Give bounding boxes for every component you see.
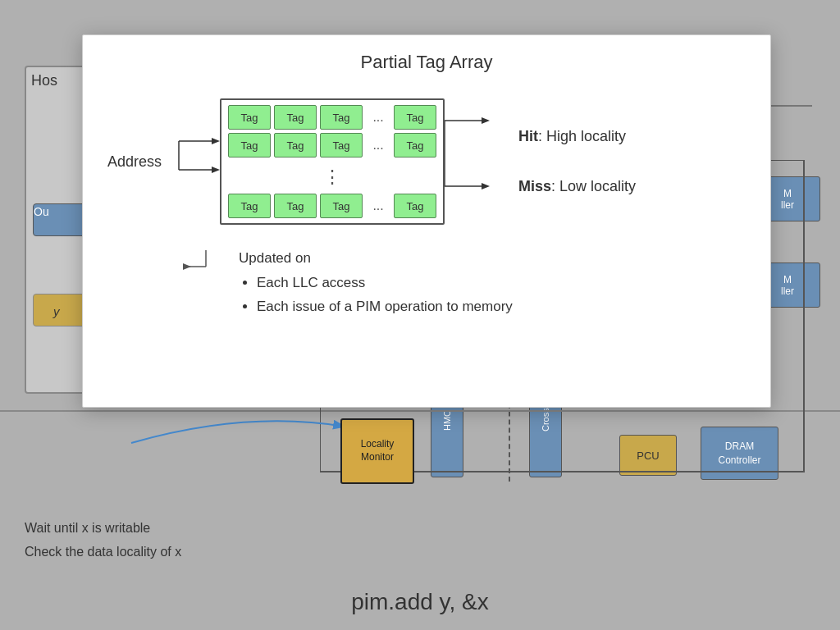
- hit-miss-panel: Hit: High locality Miss: Low locality: [518, 128, 636, 195]
- tag-cell-3-5: Tag: [394, 194, 436, 218]
- bracket-svg: [181, 250, 231, 308]
- miss-label: Miss: Low locality: [518, 178, 636, 195]
- pim-instruction: pim.add y, &x: [0, 589, 840, 615]
- tag-middle-ellipsis: ⋮: [228, 161, 436, 194]
- tag-cell-2-3: Tag: [320, 133, 363, 158]
- updated-on-heading: Updated on: [239, 250, 513, 267]
- modal-title: Partial Tag Array: [107, 52, 746, 73]
- tag-grid: Tag Tag Tag ... Tag Tag Tag Tag ... Tag …: [220, 98, 445, 225]
- tag-row-3: Tag Tag Tag ... Tag: [228, 194, 436, 218]
- tag-row-1: Tag Tag Tag ... Tag: [228, 105, 436, 130]
- tag-cell-3-3: Tag: [320, 194, 363, 218]
- hit-label: Hit: High locality: [518, 128, 636, 145]
- check-locality-text: Check the data locality of x: [25, 541, 181, 564]
- y-label: y: [53, 304, 60, 318]
- tag-ellipsis-1: ...: [366, 105, 390, 130]
- grid-to-hit-miss-arrow: [445, 88, 494, 235]
- tag-cell-1-3: Tag: [320, 105, 363, 130]
- tag-cell-1-5: Tag: [394, 105, 436, 130]
- curve-arrow: [123, 402, 353, 459]
- tag-ellipsis-2: ...: [366, 133, 390, 158]
- svg-marker-3: [212, 138, 220, 144]
- tag-cell-1-1: Tag: [228, 105, 271, 130]
- wait-writable-text: Wait until x is writable: [25, 517, 181, 541]
- address-to-grid-arrow: [175, 125, 220, 199]
- tag-cell-3-2: Tag: [274, 194, 317, 218]
- svg-marker-8: [482, 117, 490, 124]
- updated-on-item-1: Each LLC access: [257, 272, 513, 295]
- tag-cell-1-2: Tag: [274, 105, 317, 130]
- tag-row-2: Tag Tag Tag ... Tag: [228, 133, 436, 158]
- tag-cell-2-1: Tag: [228, 133, 271, 158]
- host-label: Hos: [31, 72, 57, 89]
- svg-marker-10: [482, 183, 490, 189]
- tag-cell-2-2: Tag: [274, 133, 317, 158]
- tag-ellipsis-3: ...: [366, 194, 390, 218]
- tag-cell-3-1: Tag: [228, 194, 271, 218]
- bottom-wait-text: Wait until x is writable Check the data …: [25, 517, 181, 564]
- ou-label: Ou: [34, 205, 49, 218]
- svg-marker-5: [212, 167, 220, 173]
- locality-monitor-box: Locality Monitor: [340, 418, 414, 484]
- updated-on-section: Updated on Each LLC access Each issue of…: [239, 250, 513, 319]
- updated-on-item-2: Each issue of a PIM operation to memory: [257, 295, 513, 319]
- partial-tag-array-modal: Partial Tag Array Address Tag Tag Tag ..…: [82, 34, 771, 408]
- svg-marker-14: [183, 263, 191, 270]
- tag-cell-2-5: Tag: [394, 133, 436, 158]
- address-label: Address: [107, 153, 162, 171]
